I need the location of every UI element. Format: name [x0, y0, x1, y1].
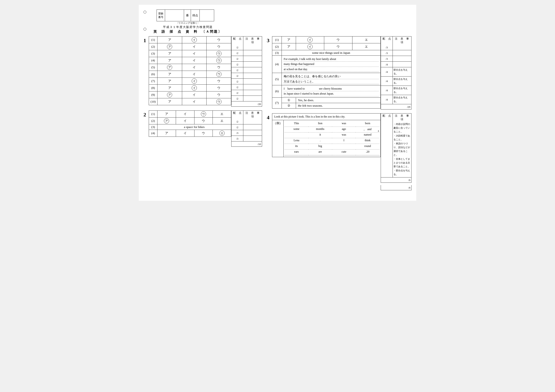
- answer-text-multiline: For example, I talk with my host family …: [282, 56, 381, 73]
- answer-text: He felt two seasons.: [296, 103, 381, 108]
- question-label: (4): [149, 57, 158, 64]
- answer-c: ウ: [207, 50, 231, 57]
- word-cell: it: [308, 133, 332, 138]
- score-notes: [393, 56, 411, 61]
- section-4-notes: ・内容が設問の趣旨に合っていること。・20語程度であること。・単語のつづり、語法…: [393, 121, 411, 177]
- examinee-num-field[interactable]: [165, 10, 184, 21]
- score-value: /4: [381, 95, 393, 104]
- score-notes: [243, 90, 262, 95]
- answer-b: イ: [182, 57, 207, 64]
- answer-a: ア: [158, 118, 176, 124]
- ban-box: 番: [184, 10, 191, 21]
- answer-a: ア: [158, 36, 182, 43]
- answer-c: ウ: [207, 43, 231, 50]
- section-2-number: 2: [144, 110, 149, 147]
- table-row: (1)アイウ: [149, 36, 231, 43]
- score-notes: 部分点を与える。: [393, 95, 411, 104]
- section-4-example-content: Thislionwasbornsomemonthsago, and8itwasn…: [284, 120, 381, 157]
- score-value: /4: [381, 77, 393, 86]
- word-cell: This: [285, 121, 308, 127]
- table-row: (1)アイウエ: [272, 36, 381, 43]
- table-row: (1)アイウエ: [149, 111, 231, 118]
- score-value: /3: [381, 50, 393, 56]
- section-4-score-header: 配 点 注 意 事 項: [381, 113, 411, 121]
- section-4-table-wrap: Look at this picture I took. This is a l…: [272, 113, 381, 190]
- score-value: /2: [232, 67, 243, 73]
- score-row: /4部分点を与える。: [381, 67, 411, 77]
- section-4-total2: /9: [381, 185, 411, 190]
- score-notes: [243, 73, 262, 78]
- score-value: /3: [381, 56, 393, 61]
- score-notes: [243, 119, 262, 124]
- table-row: (7)①Yes, he does.: [272, 97, 381, 103]
- question-label: (3): [272, 50, 282, 56]
- score-row: /2: [231, 56, 262, 62]
- answer-b: イ: [182, 71, 207, 78]
- answer-b: イ: [176, 111, 194, 118]
- score-value: /2: [232, 90, 243, 95]
- score-row: /2: [231, 96, 262, 101]
- section-1-score-rows: /2/2/2/2/2/2/2/2/2/2: [231, 44, 262, 101]
- score-row: /2: [231, 119, 262, 124]
- answer-b: イ: [182, 36, 207, 43]
- answer-c: ウ: [207, 64, 231, 71]
- section-2-score-rows: /2/2/3/3: [231, 119, 262, 142]
- score-value: /4: [381, 86, 393, 95]
- section-4-example-label: （例）: [272, 120, 284, 157]
- note-item: ・全体としてまとまりのある文章であること。: [394, 157, 410, 169]
- table-row: (4)アイウエ: [149, 130, 231, 137]
- section-1-table: (1)アイウ(2)アイウ(3)アイウ(4)アイウ(5)アイウ(6)アイウ(7)ア…: [149, 36, 231, 105]
- table-row: (6)アイウ: [149, 71, 231, 78]
- word-cell: months: [308, 127, 332, 133]
- note-item: ・部分点を与える。: [394, 169, 410, 176]
- examinee-box: 受験 番号 番 得点: [157, 9, 214, 21]
- note-item: ・20語程度であること。: [394, 134, 410, 142]
- question-label: (8): [149, 85, 158, 92]
- word-cell: was: [332, 121, 356, 127]
- question-label: (2): [272, 43, 282, 50]
- section-3-table: (1)アイウエ(2)アイウエ(3)some nice things used i…: [272, 36, 381, 108]
- word-cell: , and8: [356, 127, 380, 133]
- score-row: /4部分点を与える。: [381, 86, 411, 95]
- answer-c: ウ: [207, 85, 231, 92]
- score-value: /2: [232, 44, 243, 50]
- word-cell: ears: [285, 150, 308, 155]
- answer-text-multiline: I have wanted to see cherry blossomsin J…: [282, 85, 381, 97]
- answer-a: ア: [158, 50, 182, 57]
- table-row: (3)some nice things used in Japan: [272, 50, 381, 56]
- tokuten-label: 得点: [191, 10, 200, 21]
- score-notes: [243, 50, 262, 56]
- section-1-score-block: 配 点 注 意 事 項 /2/2/2/2/2/2/2/2/2/2 /20: [231, 36, 262, 107]
- word-cell: born: [356, 121, 380, 127]
- score-notes: [393, 50, 411, 56]
- examinee-label: 受験 番号: [157, 10, 165, 21]
- section-4-table: Look at this picture I took. This is a l…: [272, 113, 381, 157]
- score-notes: [243, 79, 262, 84]
- title-bold: 英 語 採 点 資 料 〔Ａ問題〕: [153, 30, 222, 34]
- section-2-chui-header: 注 意 事 項: [243, 111, 262, 119]
- score-notes: [243, 84, 262, 90]
- score-value: /3: [232, 136, 243, 141]
- line-number-8: 8: [378, 130, 379, 132]
- section-4-example-row: （例） Thislionwasbornsomemonthsago, and8it…: [272, 120, 381, 157]
- table-row: ②He felt two seasons.: [272, 103, 381, 108]
- section-2: 2 (1)アイウエ(2)アイウエ(3)a space for bikes(4)ア…: [144, 110, 262, 147]
- score-value: /4: [381, 67, 393, 76]
- answer-a: ア: [158, 85, 182, 92]
- tokuten-field[interactable]: [200, 10, 214, 21]
- word-cell: [285, 133, 308, 138]
- listening-exclude: 〈リスニングを除く〉: [176, 21, 200, 25]
- section-4-score-row: ・内容が設問の趣旨に合っていること。・20語程度であること。・単語のつづり、語法…: [381, 121, 411, 178]
- section-2-score-block: 配 点 注 意 事 項 /2/2/3/3 /10: [231, 110, 262, 147]
- answer-c: ウ: [207, 78, 231, 85]
- section-4: 4 Look at this picture I took. This is a…: [267, 113, 411, 190]
- exam-page: 受験 番号 番 得点 〈リスニングを除く〉: [139, 5, 416, 201]
- answer-b: イ: [182, 43, 207, 50]
- question-label: (1): [149, 36, 158, 43]
- score-notes: [243, 130, 262, 135]
- score-row: /2: [231, 73, 262, 79]
- table-row: (4)For example, I talk with my host fami…: [272, 56, 381, 73]
- score-value: /3: [232, 130, 243, 135]
- section-4-word-grid: Thislionwasbornsomemonthsago, and8itwasn…: [285, 121, 380, 155]
- sub-number: ②: [282, 103, 296, 108]
